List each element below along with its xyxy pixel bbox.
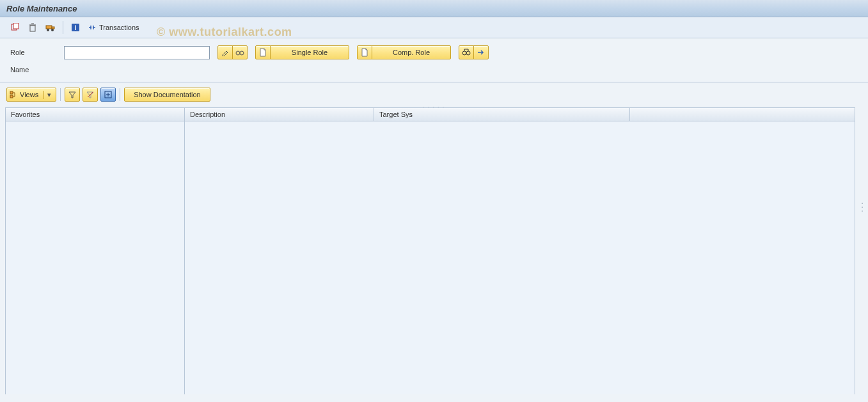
delete-icon[interactable] — [26, 21, 40, 34]
arrow-right-icon — [477, 49, 485, 56]
expand-collapse-icon — [104, 91, 112, 98]
views-label: Views — [20, 91, 38, 98]
chevron-down-icon: ▾ — [43, 91, 52, 99]
create-single-role-icon-button[interactable] — [255, 45, 271, 59]
svg-rect-17 — [10, 95, 13, 98]
role-label: Role — [10, 49, 64, 56]
svg-point-7 — [47, 29, 49, 31]
app-window: Role Maintenance i Transactions © www.tu… — [0, 0, 868, 402]
find-button[interactable] — [459, 45, 474, 59]
role-input[interactable] — [64, 46, 210, 59]
svg-rect-5 — [46, 26, 52, 29]
single-role-group: Single Role — [255, 45, 349, 59]
export-button[interactable] — [473, 45, 489, 59]
toolbar-separator — [63, 21, 63, 34]
show-documentation-label: Show Documentation — [134, 91, 201, 98]
single-role-label: Single Role — [274, 49, 345, 56]
svg-point-12 — [240, 51, 244, 55]
single-role-button[interactable]: Single Role — [270, 45, 349, 59]
name-label: Name — [10, 66, 64, 77]
chain-icon — [88, 24, 97, 31]
edit-button[interactable] — [217, 45, 233, 59]
display-button[interactable] — [232, 45, 248, 59]
show-documentation-button[interactable]: Show Documentation — [124, 88, 210, 102]
grid-pane-favorites[interactable] — [6, 121, 185, 394]
form-area: Role Single Role — [0, 38, 868, 82]
comp-role-group: Comp. Role — [357, 45, 451, 59]
title-bar: Role Maintenance — [0, 0, 868, 17]
page-title: Role Maintenance — [6, 4, 77, 13]
column-header-spacer — [630, 108, 855, 121]
svg-rect-6 — [52, 27, 54, 29]
copy-icon[interactable] — [8, 21, 22, 34]
transport-icon[interactable] — [43, 21, 58, 34]
svg-point-11 — [236, 51, 240, 55]
role-row: Role Single Role — [10, 45, 862, 60]
svg-point-8 — [51, 29, 54, 31]
views-dropdown[interactable]: Views ▾ — [6, 88, 56, 102]
comp-role-button[interactable]: Comp. Role — [372, 45, 451, 59]
filter-button[interactable] — [65, 88, 80, 102]
svg-rect-1 — [13, 23, 19, 29]
transactions-button[interactable]: Transactions — [88, 24, 139, 31]
svg-point-14 — [462, 51, 466, 55]
search-group — [459, 45, 489, 59]
svg-rect-16 — [10, 91, 13, 94]
column-header-favorites[interactable]: Favorites — [6, 108, 185, 121]
grid-body — [6, 121, 855, 394]
glasses-icon — [235, 49, 244, 56]
page-icon — [259, 48, 267, 57]
toolbar-separator — [120, 88, 120, 101]
grid-header-row: Favorites Description Target Sys — [6, 108, 855, 121]
column-header-description[interactable]: Description — [185, 108, 374, 121]
create-comp-role-icon-button[interactable] — [357, 45, 372, 59]
edit-view-group — [217, 45, 248, 59]
pencil-icon — [221, 49, 229, 56]
scroll-indicator: ••• — [862, 201, 863, 213]
name-row: Name — [10, 64, 862, 79]
grid-pane-content[interactable] — [185, 121, 855, 394]
refresh-button[interactable] — [100, 88, 116, 102]
filter-icon — [68, 91, 76, 98]
filter-delete-button[interactable] — [83, 88, 98, 102]
tree-icon — [10, 91, 17, 98]
filter-clear-icon — [86, 91, 94, 98]
favorites-grid: Favorites Description Target Sys — [5, 107, 855, 394]
toolbar-separator — [60, 88, 61, 101]
svg-rect-2 — [30, 26, 35, 31]
info-icon[interactable]: i — [68, 21, 83, 34]
app-toolbar: i Transactions — [0, 17, 868, 38]
svg-line-18 — [88, 92, 93, 97]
page-icon — [361, 48, 368, 57]
column-header-target[interactable]: Target Sys — [374, 108, 630, 121]
binoculars-icon — [462, 48, 471, 57]
svg-text:i: i — [75, 24, 77, 31]
grid-toolbar: Views ▾ Show Documentation — [0, 82, 868, 105]
transactions-label: Transactions — [99, 24, 139, 31]
svg-point-15 — [466, 51, 470, 55]
comp-role-label: Comp. Role — [376, 49, 446, 56]
